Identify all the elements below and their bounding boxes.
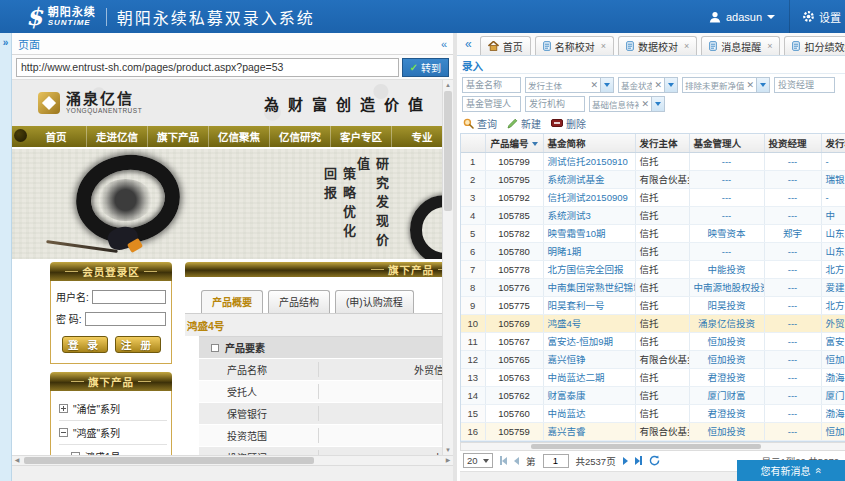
column-header-基金管理人[interactable]: 基金管理人 [689, 134, 764, 152]
register-button[interactable]: 注 册 [115, 336, 161, 353]
close-tab-icon[interactable]: × [767, 41, 772, 51]
fund-name-link[interactable]: 财富泰康 [543, 386, 635, 404]
table-row[interactable]: 1105799测试信托20150910信托------- [461, 152, 845, 170]
left-expander-rail[interactable]: » [0, 33, 12, 481]
fund-name-link[interactable]: 嘉兴吉睿 [543, 422, 635, 440]
fund-name-link[interactable]: 明睹1期 [543, 242, 635, 260]
settings-button[interactable]: 设置 [790, 0, 845, 33]
collapse-right-icon[interactable]: « [461, 37, 476, 51]
workspace-tab-消息提醒[interactable]: 消息提醒× [701, 36, 780, 55]
fund-status-filter-combo[interactable]: 基金状态 ✕ [618, 77, 678, 93]
fund-name-link[interactable]: 测试信托20150910 [543, 152, 635, 170]
table-row[interactable]: 15105760中尚蓝达信托君澄投资---渤海 [461, 404, 845, 422]
table-row[interactable]: 16105759嘉兴吉睿有限合伙基金恒加投资---恒加 [461, 422, 845, 440]
fund-name-link[interactable]: 鸿盛4号 [543, 314, 635, 332]
webpage-nav-item[interactable]: 走进亿信 [87, 126, 148, 147]
webpage-nav-item[interactable]: 客户专区 [331, 126, 392, 147]
webpage-nav-item[interactable]: 首页 [26, 126, 87, 147]
table-row[interactable]: 14105762财富泰康信托厦门财富---厦门 [461, 386, 845, 404]
tree-item[interactable]: 鸿盛1号 [59, 445, 167, 455]
page-tab-label[interactable]: 页面 [18, 36, 40, 52]
fund-name-link[interactable]: 信托测试20150909 [543, 188, 635, 206]
close-tab-icon[interactable]: × [601, 41, 606, 51]
table-row[interactable]: 5105782映雪霜雪10期信托映雪资本郑宇山东 [461, 224, 845, 242]
chevron-down-icon[interactable] [600, 78, 613, 92]
page-size-select[interactable]: 20 [463, 453, 493, 468]
fund-name-link[interactable]: 中尚蓝达二期 [543, 368, 635, 386]
chevron-down-icon[interactable] [664, 78, 677, 92]
fund-name-link[interactable]: 系统测试基金 [543, 170, 635, 188]
product-tab[interactable]: 产品概要 [201, 290, 263, 313]
webpage-nav-item[interactable]: 亿信研究 [270, 126, 331, 147]
issuer-filter-combo[interactable]: 发行主体 ✕ [525, 77, 614, 93]
invest-manager-filter-input[interactable] [774, 77, 835, 93]
chevron-down-icon[interactable] [651, 97, 664, 111]
new-message-notification[interactable]: 您有新消息 « [737, 460, 845, 481]
fund-name-link[interactable]: 中南集团常熟世纪锦城 [543, 278, 635, 296]
webpage-horizontal-scrollbar[interactable]: ◀ ▶ [12, 455, 453, 465]
grid-scroll-thumb[interactable] [531, 444, 761, 449]
prev-page-button[interactable] [514, 457, 519, 465]
chevron-down-icon[interactable] [756, 78, 769, 92]
table-row[interactable]: 10105769鸿盛4号信托涌泉亿信投资---外贸 [461, 314, 845, 332]
webpage-nav-item[interactable]: 专业 [392, 126, 446, 147]
clear-icon[interactable]: ✕ [639, 100, 651, 109]
table-row[interactable]: 11105767富安达-恒加9期信托恒加投资---富安 [461, 332, 845, 350]
column-header-投资经理[interactable]: 投资经理 [764, 134, 821, 152]
workspace-tab-数据校对[interactable]: 数据校对× [618, 36, 697, 55]
column-header-基金简称[interactable]: 基金简称 [543, 134, 635, 152]
go-button[interactable]: ✓ 转到 [402, 58, 449, 77]
column-header-产品编号[interactable]: 产品编号 [485, 134, 543, 152]
table-row[interactable]: 4105785系统测试3信托------中 [461, 206, 845, 224]
column-header-发行主体[interactable]: 发行主体 [635, 134, 689, 152]
plus-box-icon[interactable] [59, 404, 68, 413]
tree-item[interactable]: "涌信"系列 [59, 397, 167, 421]
next-page-button[interactable] [623, 457, 628, 465]
workspace-tab-扣分绩效统计[interactable]: 扣分绩效统计× [784, 36, 845, 55]
workspace-tab-名称校对[interactable]: 名称校对× [535, 36, 614, 55]
webpage-vertical-scrollbar[interactable]: ▲ ▼ [442, 80, 453, 455]
workspace-tab-首页[interactable]: 首页 [480, 36, 531, 55]
clear-icon[interactable]: ✕ [588, 81, 600, 90]
column-header-发行机构[interactable]: 发行机构 [821, 134, 845, 152]
fund-name-link[interactable]: 北方国信完全回报 [543, 260, 635, 278]
clear-icon[interactable]: ✕ [744, 81, 756, 90]
exclude-nav-filter-combo[interactable]: 排除未更新净值基金 ✕ [682, 77, 770, 93]
table-row[interactable]: 13105763中尚蓝达二期信托君澄投资---渤海 [461, 368, 845, 386]
login-button[interactable]: 登 录 [62, 336, 108, 353]
last-page-button[interactable] [635, 456, 642, 465]
product-tab[interactable]: 产品结构 [268, 290, 330, 313]
scroll-up-icon[interactable]: ▲ [443, 80, 453, 90]
scroll-down-icon[interactable]: ▼ [443, 445, 453, 455]
table-row[interactable]: 7105778北方国信完全回报信托中能投资---北方 [461, 260, 845, 278]
fund-name-link[interactable]: 阳昊套利一号 [543, 296, 635, 314]
table-row[interactable]: 3105792信托测试20150909信托------- [461, 188, 845, 206]
clear-icon[interactable]: ✕ [652, 81, 664, 90]
table-row[interactable]: 6105780明睹1期信托------山东 [461, 242, 845, 260]
create-button[interactable]: 新建 [507, 116, 541, 131]
user-menu[interactable]: adasun [695, 0, 789, 33]
fund-name-link[interactable]: 映雪霜雪10期 [543, 224, 635, 242]
horizontal-scroll-thumb[interactable] [24, 457, 314, 464]
column-header-rownum[interactable] [461, 134, 485, 152]
vertical-scroll-thumb[interactable] [444, 91, 452, 211]
table-row[interactable]: 12105765嘉兴恒铮有限合伙基金恒加投资---恒加 [461, 350, 845, 368]
fund-name-filter-input[interactable] [462, 77, 521, 93]
section-checkbox[interactable] [211, 344, 219, 352]
table-row[interactable]: 8105776中南集团常熟世纪锦城信托中南源地股权投资---爱建 [461, 278, 845, 296]
fund-name-link[interactable]: 富安达-恒加9期 [543, 332, 635, 350]
webpage-nav-item[interactable]: 亿信聚焦 [209, 126, 270, 147]
scroll-left-icon[interactable]: ◀ [12, 456, 22, 465]
page-number-input[interactable] [543, 454, 569, 468]
reload-grid-icon[interactable] [649, 455, 660, 466]
scroll-right-icon[interactable]: ▶ [443, 456, 453, 465]
webpage-password-input[interactable] [85, 312, 166, 326]
fund-admin-filter-input[interactable] [462, 96, 521, 112]
tree-item[interactable]: "鸿盛"系列 [59, 421, 167, 445]
product-tab[interactable]: (申)认购流程 [335, 290, 414, 313]
fund-name-link[interactable]: 系统测试3 [543, 206, 635, 224]
first-page-button[interactable] [500, 456, 507, 465]
webpage-nav-item[interactable]: 旗下产品 [148, 126, 209, 147]
issue-org-filter-input[interactable] [525, 96, 585, 112]
url-input[interactable] [16, 58, 399, 77]
